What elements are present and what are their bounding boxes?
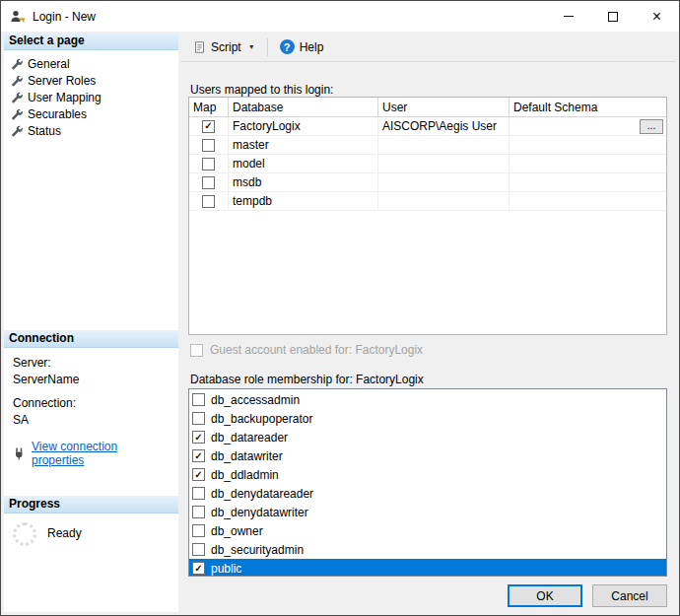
role-label: db_backupoperator	[211, 412, 312, 426]
default-schema-cell[interactable]	[510, 155, 666, 172]
guest-account-checkbox	[190, 344, 203, 357]
map-cell	[189, 173, 229, 191]
server-value: ServerName	[13, 373, 172, 386]
script-button[interactable]: Script ▼	[186, 37, 262, 57]
sidebar-item-label: General	[28, 57, 70, 71]
database-cell[interactable]: tempdb	[229, 192, 378, 210]
progress-header: Progress	[4, 496, 178, 513]
map-checkbox[interactable]	[202, 158, 215, 171]
default-schema-cell[interactable]	[510, 173, 666, 191]
role-item[interactable]: db_backupoperator	[189, 409, 666, 428]
user-cell[interactable]	[378, 192, 510, 210]
role-checkbox[interactable]	[192, 393, 205, 406]
role-checkbox[interactable]	[192, 487, 205, 500]
column-header-database: Database	[229, 98, 378, 116]
role-label: db_datawriter	[211, 449, 283, 463]
progress-panel: Ready	[4, 513, 178, 612]
role-label: db_ddladmin	[211, 468, 279, 482]
user-map-table: Map Database User Default Schema ✓Factor…	[188, 97, 667, 335]
pages-list: GeneralServer RolesUser MappingSecurable…	[4, 50, 178, 330]
sidebar-item-server-roles[interactable]: Server Roles	[4, 72, 178, 89]
ok-button[interactable]: OK	[508, 584, 582, 607]
guest-account-label: Guest account enabled for: FactoryLogix	[210, 343, 423, 357]
database-cell[interactable]: msdb	[229, 173, 378, 191]
page-wrench-icon	[10, 91, 23, 103]
sidebar-item-label: Server Roles	[28, 74, 96, 88]
role-item[interactable]: db_denydatawriter	[189, 503, 666, 521]
sidebar-item-general[interactable]: General	[4, 55, 178, 72]
role-label: db_denydatawriter	[211, 506, 308, 519]
close-button[interactable]: ×	[635, 1, 679, 32]
login-new-dialog: Login - New × Select a page GeneralServe…	[0, 0, 680, 616]
dialog-body: Select a page GeneralServer RolesUser Ma…	[1, 32, 679, 615]
role-item[interactable]: db_securityadmin	[189, 540, 666, 559]
roles-membership-label: Database role membership for: FactoryLog…	[190, 373, 424, 386]
map-checkbox[interactable]: ✓	[202, 120, 215, 133]
map-checkbox[interactable]	[202, 176, 215, 189]
table-row: master	[189, 136, 666, 155]
table-row: tempdb	[189, 192, 666, 211]
role-label: db_owner	[211, 524, 263, 538]
minimize-button[interactable]	[546, 1, 590, 32]
sidebar-item-label: User Mapping	[28, 91, 102, 104]
connection-header: Connection	[4, 330, 178, 348]
table-header: Map Database User Default Schema	[189, 98, 666, 117]
window-title: Login - New	[33, 10, 96, 24]
users-mapped-label: Users mapped to this login:	[190, 83, 333, 97]
database-cell[interactable]: model	[229, 155, 378, 172]
cancel-button[interactable]: Cancel	[592, 584, 667, 607]
role-item[interactable]: db_denydatareader	[189, 484, 666, 503]
role-checkbox[interactable]	[192, 524, 205, 537]
role-item[interactable]: ✓public	[189, 559, 666, 577]
user-map-rows: ✓FactoryLogixAISCORP\Aegis User...master…	[189, 117, 666, 334]
user-cell[interactable]	[378, 173, 510, 191]
database-cell[interactable]: master	[229, 136, 378, 154]
map-cell	[189, 136, 229, 154]
script-label: Script	[211, 40, 241, 54]
page-wrench-icon	[10, 124, 23, 137]
user-cell[interactable]: AISCORP\Aegis User	[378, 117, 510, 135]
map-cell	[189, 192, 229, 210]
page-wrench-icon	[10, 107, 23, 120]
role-item[interactable]: ✓db_datareader	[189, 428, 666, 446]
select-a-page-header: Select a page	[4, 33, 178, 50]
table-row: msdb	[189, 173, 666, 192]
role-checkbox[interactable]	[192, 506, 205, 518]
view-connection-properties-link[interactable]: View connection properties	[32, 440, 172, 467]
footer: OK Cancel	[508, 584, 667, 607]
toolbar: Script ▼ ? Help	[180, 33, 675, 62]
database-cell[interactable]: FactoryLogix	[229, 117, 378, 135]
role-checkbox[interactable]	[192, 543, 205, 556]
sidebar-item-user-mapping[interactable]: User Mapping	[4, 89, 178, 105]
help-button[interactable]: ? Help	[273, 36, 331, 57]
sidebar-item-securables[interactable]: Securables	[4, 105, 178, 122]
help-label: Help	[300, 40, 324, 54]
role-checkbox[interactable]	[192, 412, 205, 425]
role-item[interactable]: db_accessadmin	[189, 390, 666, 409]
role-item[interactable]: ✓db_datawriter	[189, 446, 666, 465]
default-schema-cell[interactable]	[510, 136, 666, 154]
role-item[interactable]: db_owner	[189, 521, 666, 540]
guest-account-row: Guest account enabled for: FactoryLogix	[190, 343, 423, 357]
map-checkbox[interactable]	[202, 139, 215, 152]
maximize-button[interactable]	[590, 1, 635, 32]
role-checkbox[interactable]: ✓	[192, 562, 205, 575]
role-checkbox[interactable]: ✓	[192, 431, 205, 444]
map-cell: ✓	[189, 117, 229, 135]
sidebar-item-status[interactable]: Status	[4, 122, 178, 139]
user-cell[interactable]	[378, 155, 510, 172]
default-schema-cell[interactable]	[510, 192, 666, 210]
window-controls: ×	[546, 1, 679, 32]
titlebar: Login - New ×	[1, 1, 679, 32]
role-checkbox[interactable]: ✓	[192, 468, 205, 481]
user-cell[interactable]	[378, 136, 510, 154]
browse-button[interactable]: ...	[640, 119, 663, 134]
chevron-down-icon: ▼	[248, 43, 255, 50]
map-checkbox[interactable]	[202, 195, 215, 208]
default-schema-cell[interactable]: ...	[510, 117, 666, 135]
map-cell	[189, 155, 229, 172]
role-checkbox[interactable]: ✓	[192, 449, 205, 462]
sidebar-item-label: Securables	[28, 107, 87, 121]
role-item[interactable]: ✓db_ddladmin	[189, 465, 666, 484]
minimize-icon	[564, 16, 574, 17]
